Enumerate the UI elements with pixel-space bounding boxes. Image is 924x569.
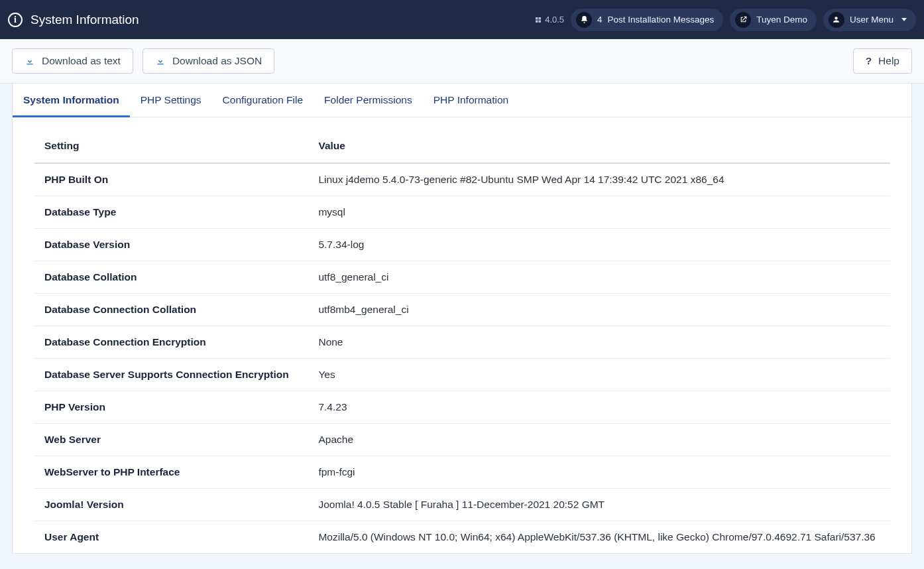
version-text: 4.0.5 — [545, 15, 564, 25]
table-row: Database Connection Collationutf8mb4_gen… — [34, 294, 890, 326]
tab-configuration-file[interactable]: Configuration File — [212, 84, 314, 117]
table-row: Database Version5.7.34-log — [34, 229, 890, 261]
value-cell: fpm-fcgi — [308, 456, 890, 489]
download-json-label: Download as JSON — [172, 55, 262, 67]
setting-cell: Joomla! Version — [34, 489, 308, 521]
setting-cell: Database Connection Encryption — [34, 326, 308, 359]
system-info-table: Setting Value PHP Built OnLinux j4demo 5… — [34, 129, 890, 553]
value-cell: Yes — [308, 359, 890, 391]
value-cell: Linux j4demo 5.4.0-73-generic #82-Ubuntu… — [308, 163, 890, 196]
messages-count: 4 — [597, 15, 603, 25]
joomla-icon — [534, 16, 542, 24]
external-link-icon — [735, 12, 751, 28]
toolbar: Download as text Download as JSON ? Help — [0, 39, 924, 84]
table-row: User AgentMozilla/5.0 (Windows NT 10.0; … — [34, 521, 890, 554]
table-row: Database Connection EncryptionNone — [34, 326, 890, 359]
setting-cell: Database Collation — [34, 261, 308, 294]
download-icon — [155, 56, 166, 66]
setting-cell: PHP Version — [34, 391, 308, 424]
setting-cell: Database Connection Collation — [34, 294, 308, 326]
table-row: Joomla! VersionJoomla! 4.0.5 Stable [ Fu… — [34, 489, 890, 521]
tab-system-information[interactable]: System Information — [13, 84, 130, 117]
value-cell: 5.7.34-log — [308, 229, 890, 261]
tab-php-information[interactable]: PHP Information — [423, 84, 519, 117]
header-left: i System Information — [8, 13, 534, 27]
download-text-button[interactable]: Download as text — [12, 48, 133, 74]
setting-cell: PHP Built On — [34, 163, 308, 196]
header-value: Value — [308, 129, 890, 163]
header-right: 4.0.5 4 Post Installation Messages Tuyen… — [534, 9, 916, 31]
chevron-down-icon — [901, 18, 907, 21]
table-header-row: Setting Value — [34, 129, 890, 163]
setting-cell: User Agent — [34, 521, 308, 554]
messages-label: Post Installation Messages — [608, 15, 715, 25]
setting-cell: WebServer to PHP Interface — [34, 456, 308, 489]
setting-cell: Database Server Supports Connection Encr… — [34, 359, 308, 391]
setting-cell: Web Server — [34, 424, 308, 456]
tab-php-settings[interactable]: PHP Settings — [130, 84, 212, 117]
tab-folder-permissions[interactable]: Folder Permissions — [314, 84, 423, 117]
admin-header: i System Information 4.0.5 4 Post Instal… — [0, 0, 924, 39]
version-badge[interactable]: 4.0.5 — [534, 15, 564, 25]
download-json-button[interactable]: Download as JSON — [143, 48, 274, 74]
value-cell: 7.4.23 — [308, 391, 890, 424]
bell-icon — [576, 12, 592, 28]
table-row: WebServer to PHP Interfacefpm-fcgi — [34, 456, 890, 489]
table-row: PHP Version7.4.23 — [34, 391, 890, 424]
user-menu-label: User Menu — [850, 15, 894, 25]
table-row: Database Collationutf8_general_ci — [34, 261, 890, 294]
user-icon — [829, 12, 844, 28]
site-label: Tuyen Demo — [756, 15, 807, 25]
page-title: System Information — [30, 13, 139, 27]
value-cell: Joomla! 4.0.5 Stable [ Furaha ] 11-Decem… — [308, 489, 890, 521]
info-icon: i — [8, 13, 23, 27]
setting-cell: Database Type — [34, 196, 308, 229]
help-button[interactable]: ? Help — [853, 48, 912, 74]
tabs: System Information PHP Settings Configur… — [13, 84, 911, 117]
value-cell: Apache — [308, 424, 890, 456]
help-label: Help — [878, 55, 899, 67]
table-wrap: Setting Value PHP Built OnLinux j4demo 5… — [13, 117, 911, 553]
value-cell: utf8_general_ci — [308, 261, 890, 294]
user-menu-button[interactable]: User Menu — [823, 9, 916, 31]
table-row: Database Typemysql — [34, 196, 890, 229]
post-install-messages-button[interactable]: 4 Post Installation Messages — [571, 9, 723, 31]
value-cell: None — [308, 326, 890, 359]
table-row: PHP Built OnLinux j4demo 5.4.0-73-generi… — [34, 163, 890, 196]
setting-cell: Database Version — [34, 229, 308, 261]
download-text-label: Download as text — [42, 55, 121, 67]
content-card: System Information PHP Settings Configur… — [12, 84, 912, 554]
table-row: Web ServerApache — [34, 424, 890, 456]
table-row: Database Server Supports Connection Encr… — [34, 359, 890, 391]
help-icon: ? — [866, 55, 872, 67]
download-icon — [25, 56, 35, 66]
header-setting: Setting — [34, 129, 308, 163]
value-cell: Mozilla/5.0 (Windows NT 10.0; Win64; x64… — [308, 521, 890, 554]
value-cell: utf8mb4_general_ci — [308, 294, 890, 326]
site-link-button[interactable]: Tuyen Demo — [730, 9, 817, 31]
value-cell: mysql — [308, 196, 890, 229]
